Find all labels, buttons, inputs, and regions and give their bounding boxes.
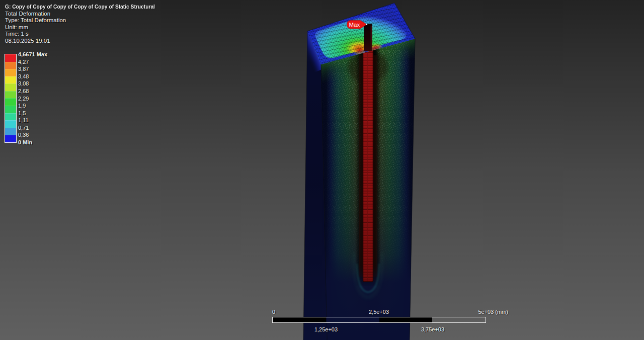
svg-text:Max: Max <box>349 22 360 28</box>
